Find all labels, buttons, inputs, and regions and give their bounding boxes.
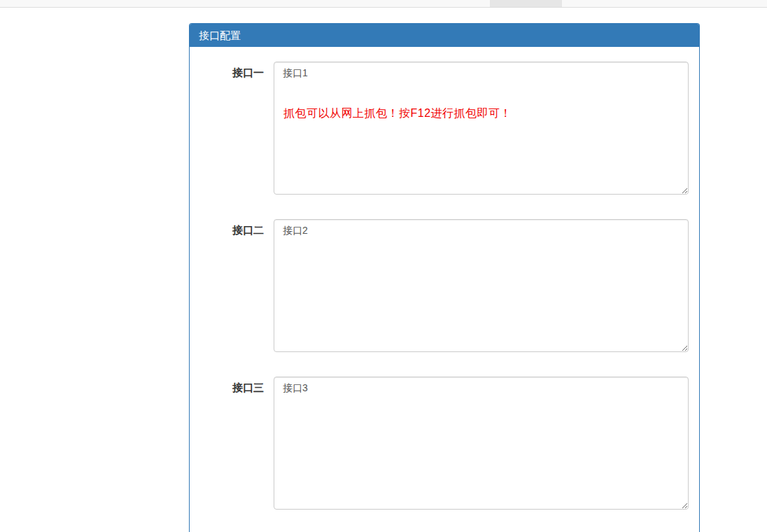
interface-3-field-wrap: 接口3 — [274, 377, 689, 510]
form-row-interface-1: 接口一 接口1 抓包可以从网上抓包！按F12进行抓包即可！ — [200, 62, 689, 195]
interface-2-field-wrap: 接口2 — [274, 219, 689, 352]
interface-1-field-wrap: 接口1 抓包可以从网上抓包！按F12进行抓包即可！ — [274, 62, 689, 195]
form-row-interface-2: 接口二 接口2 — [200, 219, 689, 352]
interface-3-label: 接口三 — [200, 377, 274, 395]
interface-2-textarea[interactable]: 接口2 — [274, 219, 689, 352]
interface-1-textarea[interactable]: 接口1 — [274, 62, 689, 195]
interface-2-label: 接口二 — [200, 219, 274, 237]
form-row-interface-3: 接口三 接口3 — [200, 377, 689, 510]
interface-1-label: 接口一 — [200, 62, 274, 80]
panel-header: 接口配置 — [190, 24, 699, 47]
interface-3-textarea[interactable]: 接口3 — [274, 377, 689, 510]
navbar-active-tab[interactable] — [490, 0, 562, 7]
top-navbar — [0, 0, 767, 8]
interface-config-panel: 接口配置 接口一 接口1 抓包可以从网上抓包！按F12进行抓包即可！ 接口二 接… — [189, 23, 700, 532]
panel-body: 接口一 接口1 抓包可以从网上抓包！按F12进行抓包即可！ 接口二 接口2 接口… — [190, 47, 699, 520]
panel-title: 接口配置 — [199, 29, 241, 41]
